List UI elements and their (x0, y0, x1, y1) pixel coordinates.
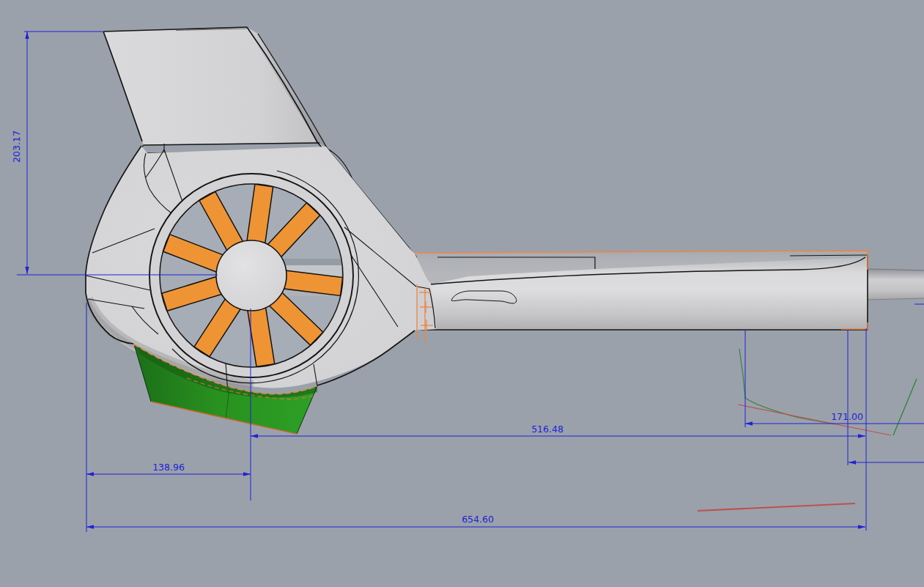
aft-shaft-fairing[interactable] (868, 269, 924, 300)
aft-shaft-body[interactable] (868, 269, 924, 300)
dimension-value[interactable]: 138.96 (152, 462, 185, 473)
dimension-value[interactable]: 516.48 (531, 424, 563, 435)
cad-canvas[interactable]: 203.17 138.96 516.48 654.60 171.00 (0, 0, 924, 587)
dimension-value[interactable]: 171.00 (831, 411, 863, 422)
dimension-value[interactable]: 203.17 (11, 130, 22, 163)
fan-hub[interactable] (216, 240, 287, 311)
tail-boom[interactable] (407, 251, 868, 330)
dimension-value[interactable]: 654.60 (462, 514, 494, 525)
cad-viewport[interactable]: 203.17 138.96 516.48 654.60 171.00 (0, 0, 924, 587)
